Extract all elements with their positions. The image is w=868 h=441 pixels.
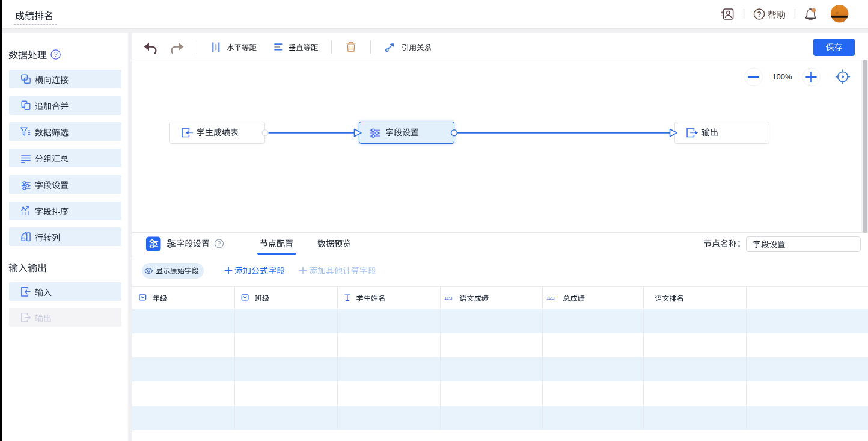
svg-text:123: 123 xyxy=(444,295,453,301)
svg-text:100%: 100% xyxy=(772,72,792,81)
svg-text:?: ? xyxy=(757,10,761,19)
svg-text:?: ? xyxy=(54,51,58,58)
svg-text:123: 123 xyxy=(546,295,555,301)
svg-text:M: M xyxy=(836,11,839,15)
svg-text:?: ? xyxy=(218,241,221,247)
